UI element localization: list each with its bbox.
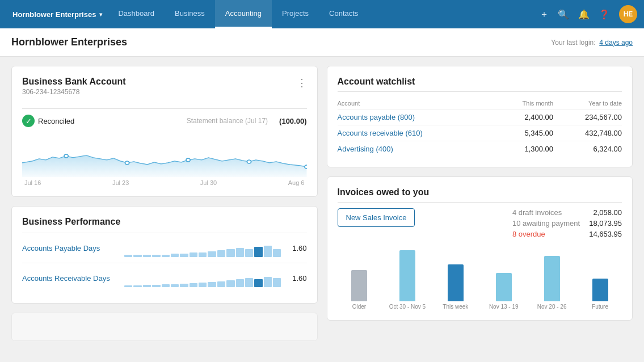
performance-bar (171, 284, 179, 287)
invoice-bar-label: Future (592, 304, 608, 310)
performance-bar (152, 255, 160, 257)
nav-item-contacts[interactable]: Contacts (319, 0, 368, 28)
performance-bar (180, 284, 188, 287)
bell-icon[interactable]: 🔔 (578, 9, 590, 20)
performance-bar (208, 251, 216, 257)
invoice-stat-amount: 14,653.95 (589, 230, 622, 238)
bank-chart (22, 132, 307, 177)
watchlist-row: Accounts payable (800)2,400.00234,567.00 (338, 110, 622, 125)
invoice-stat-row: 10 awaiting payment18,073.95 (512, 219, 622, 228)
nav-right: ＋ 🔍 🔔 ❓ HE (540, 5, 637, 23)
performance-bar (190, 252, 197, 257)
watchlist-row: Advertising (400)1,300.006,324.00 (338, 141, 622, 157)
performance-bar (133, 255, 141, 257)
performance-bar (190, 283, 197, 287)
performance-bar (199, 252, 207, 257)
invoice-bar (351, 270, 367, 301)
performance-bar (273, 249, 281, 257)
nav-item-dashboard[interactable]: Dashboard (108, 0, 165, 28)
watchlist-account-link[interactable]: Advertising (400) (338, 145, 393, 153)
reconciled-check-icon: ✓ (22, 115, 35, 127)
nav-item-business[interactable]: Business (165, 0, 215, 28)
user-avatar[interactable]: HE (619, 5, 637, 23)
invoice-stat-amount: 18,073.95 (589, 219, 622, 228)
nav-brand-label: Hornblower Enterprises (12, 10, 96, 19)
watchlist-value: 5,345.00 (496, 125, 553, 141)
watchlist-account: Accounts payable (800) (338, 110, 496, 125)
performance-bar (143, 285, 151, 287)
svg-point-3 (247, 160, 251, 163)
invoice-bar (592, 279, 608, 301)
card-menu-icon[interactable]: ⋮ (297, 77, 307, 89)
performance-bar (226, 280, 234, 287)
performance-bar (264, 277, 272, 287)
invoice-bar-group: This week (433, 264, 477, 310)
performance-bar (245, 278, 253, 287)
nav-item-accounting[interactable]: Accounting (215, 0, 272, 28)
nav-items: DashboardBusinessAccountingProjectsConta… (108, 0, 368, 28)
account-watchlist-card: Account watchlist AccountThis monthYear … (327, 66, 633, 167)
performance-bar (226, 249, 234, 257)
performance-bar (254, 279, 262, 287)
watchlist-title: Account watchlist (338, 77, 622, 87)
new-sales-invoice-button[interactable]: New Sales Invoice (338, 208, 415, 227)
help-icon[interactable]: ❓ (599, 9, 610, 20)
performance-bar (199, 283, 207, 287)
invoice-bar-label: Oct 30 - Nov 5 (389, 304, 426, 310)
watchlist-value: 1,300.00 (496, 141, 553, 157)
nav-brand[interactable]: Hornblower Enterprises ▾ (7, 10, 108, 19)
main-nav: Hornblower Enterprises ▾ DashboardBusine… (0, 0, 644, 28)
invoice-overdue-label: 8 overdue (512, 230, 545, 238)
invoice-bar-pair (482, 273, 525, 301)
reconciled-label: Reconciled (38, 117, 74, 125)
bank-card-title: Business Bank Account (22, 77, 126, 87)
performance-bars (124, 239, 281, 257)
watchlist-account-link[interactable]: Accounts payable (800) (338, 113, 415, 121)
svg-point-0 (64, 154, 68, 158)
performance-title: Business Performance (22, 217, 307, 227)
performance-bar (236, 248, 244, 257)
chart-date-label: Jul 16 (24, 179, 41, 186)
svg-point-1 (125, 161, 129, 165)
performance-bar (245, 249, 253, 257)
statement-label: Statement balance (Jul 17) (187, 117, 268, 125)
chart-dates: Jul 16Jul 23Jul 30Aug 6 (22, 179, 307, 186)
performance-row: Accounts Receivable Days1.60 (22, 263, 307, 293)
watchlist-header: Account (338, 98, 496, 110)
invoice-bar-label: Older (352, 304, 366, 310)
invoice-stat-label: 10 awaiting payment (512, 219, 580, 228)
nav-item-projects[interactable]: Projects (272, 0, 319, 28)
invoice-stat-label: 4 draft invoices (512, 208, 562, 217)
watchlist-account-link[interactable]: Accounts receivable (610) (338, 129, 423, 137)
nav-brand-chevron: ▾ (99, 11, 102, 18)
performance-bar (124, 285, 132, 287)
invoice-stat-row: 4 draft invoices2,058.00 (512, 208, 622, 217)
extra-card (11, 313, 318, 341)
invoice-stat-amount: 2,058.00 (593, 208, 622, 217)
performance-bar (162, 284, 170, 287)
watchlist-value: 2,400.00 (496, 110, 553, 125)
invoice-stats: 4 draft invoices2,058.0010 awaiting paym… (512, 208, 622, 241)
invoice-stat-row: 8 overdue14,653.95 (512, 230, 622, 238)
invoice-bar-group: Oct 30 - Nov 5 (385, 250, 429, 310)
chart-date-label: Jul 30 (200, 179, 217, 186)
performance-bar (254, 247, 262, 257)
login-time-link[interactable]: 4 days ago (599, 39, 633, 47)
chart-date-label: Jul 23 (112, 179, 129, 186)
watchlist-table: AccountThis monthYear to dateAccounts pa… (338, 98, 622, 157)
performance-bar (217, 281, 225, 287)
performance-bar (133, 285, 141, 287)
performance-label[interactable]: Accounts Payable Days (22, 244, 119, 252)
invoice-bar (544, 256, 560, 301)
performance-label[interactable]: Accounts Receivable Days (22, 274, 119, 283)
invoices-card: Invoices owed to you New Sales Invoice 4… (327, 176, 633, 321)
search-icon[interactable]: 🔍 (558, 9, 569, 20)
invoice-bar-pair (433, 264, 477, 301)
watchlist-account: Advertising (400) (338, 141, 496, 157)
performance-bars (124, 269, 281, 287)
performance-bar (264, 246, 272, 257)
add-icon[interactable]: ＋ (540, 9, 549, 20)
invoice-bar (399, 250, 415, 301)
performance-bar (143, 255, 151, 257)
invoice-bar (448, 264, 464, 301)
